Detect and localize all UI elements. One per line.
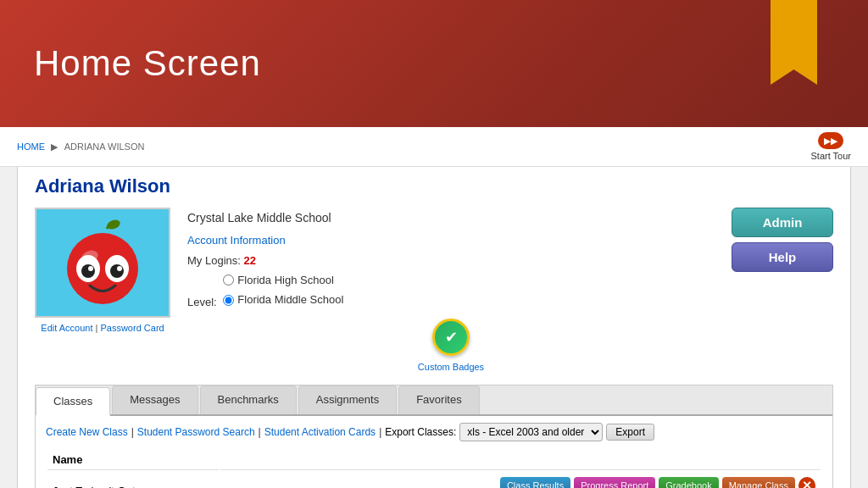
avatar-links: Edit Account | Password Card <box>41 323 164 333</box>
progress-report-button[interactable]: Progress Report <box>574 477 655 488</box>
col-header-name: Name <box>47 450 219 470</box>
account-info-link[interactable]: Account Information <box>187 234 286 247</box>
tab-favorites[interactable]: Favorites <box>398 385 479 414</box>
export-select[interactable]: xls - Excel 2003 and older xlsx - Excel … <box>459 423 603 441</box>
profile-info: Crystal Lake Middle School Account Infor… <box>187 208 715 376</box>
radio-florida-middle-school[interactable] <box>223 295 234 306</box>
header-title: Home Screen <box>34 43 261 84</box>
school-name: Crystal Lake Middle School <box>187 208 715 229</box>
tab-actions: Create New Class | Student Password Sear… <box>46 423 822 441</box>
class-actions: Class Results Progress Report Gradebook … <box>225 477 815 488</box>
student-activation-cards-link[interactable]: Student Activation Cards <box>264 426 376 438</box>
start-tour-label: Start Tour <box>811 151 852 161</box>
breadcrumb-current: ADRIANA WILSON <box>64 141 145 152</box>
radio-florida-high-school[interactable] <box>223 274 234 286</box>
badge-area: ✔ Custom Badges <box>187 319 715 376</box>
tab-classes[interactable]: Classes <box>36 387 110 416</box>
breadcrumb: HOME ▶ ADRIANA WILSON <box>17 141 144 152</box>
tab-content-classes: Create New Class | Student Password Sear… <box>36 416 832 488</box>
logins-label: My Logins: <box>187 254 241 267</box>
apple-icon <box>52 216 153 309</box>
col-header-actions <box>220 450 821 470</box>
breadcrumb-home-link[interactable]: HOME <box>17 141 45 152</box>
level-florida-middle-school[interactable]: Florida Middle School <box>223 290 343 309</box>
profile-section: Edit Account | Password Card Crystal Lak… <box>35 208 833 376</box>
florida-middle-school-label: Florida Middle School <box>237 290 343 309</box>
admin-button[interactable]: Admin <box>732 208 833 237</box>
action-sep-1: | <box>131 426 134 438</box>
svg-point-6 <box>88 266 93 271</box>
user-name: Adriana Wilson <box>35 175 833 197</box>
svg-point-8 <box>117 266 122 271</box>
tour-icon: ▶▶ <box>818 132 843 149</box>
header-bookmark <box>771 0 817 85</box>
tab-benchmarks[interactable]: Benchmarks <box>200 385 297 414</box>
tabs-header: Classes Messages Benchmarks Assignments … <box>36 385 832 416</box>
header: Home Screen <box>0 0 868 127</box>
badge-icon: ✔ <box>432 319 470 356</box>
svg-point-7 <box>110 264 124 278</box>
export-button[interactable]: Export <box>606 424 654 441</box>
avatar <box>35 208 170 318</box>
admin-buttons: Admin Help <box>732 208 833 272</box>
create-new-class-link[interactable]: Create New Class <box>46 426 128 438</box>
breadcrumb-separator: ▶ <box>51 141 58 152</box>
tab-messages[interactable]: Messages <box>112 385 198 414</box>
svg-point-5 <box>81 264 95 278</box>
class-actions-cell: Class Results Progress Report Gradebook … <box>220 472 821 488</box>
start-tour-button[interactable]: ▶▶ Start Tour <box>811 132 852 161</box>
table-row: Just Trying it Out Class Results Progres… <box>47 472 821 488</box>
edit-account-link[interactable]: Edit Account <box>41 323 92 333</box>
breadcrumb-bar: HOME ▶ ADRIANA WILSON ▶▶ Start Tour <box>0 127 868 167</box>
help-button[interactable]: Help <box>732 242 833 272</box>
logins-count: 22 <box>244 254 256 267</box>
avatar-area: Edit Account | Password Card <box>35 208 170 333</box>
custom-badges-link[interactable]: Custom Badges <box>418 359 484 376</box>
manage-class-button[interactable]: Manage Class <box>722 477 795 488</box>
level-florida-high-school[interactable]: Florida High School <box>223 270 343 290</box>
password-card-link[interactable]: Password Card <box>100 323 164 333</box>
level-label: Level: <box>187 296 217 308</box>
main-content: Adriana Wilson <box>17 167 851 488</box>
delete-class-button[interactable]: ✕ <box>798 477 815 488</box>
action-sep-2: | <box>259 426 261 438</box>
classes-table: Name Just Trying it Out Class Results Pr… <box>46 448 822 488</box>
class-name: Just Trying it Out <box>47 472 219 488</box>
tab-assignments[interactable]: Assignments <box>298 385 397 414</box>
florida-high-school-label: Florida High School <box>237 270 333 290</box>
gradebook-button[interactable]: Gradebook <box>659 477 718 488</box>
student-password-search-link[interactable]: Student Password Search <box>137 426 255 438</box>
action-sep-3: | <box>379 426 381 438</box>
class-results-button[interactable]: Class Results <box>500 477 570 488</box>
tabs-container: Classes Messages Benchmarks Assignments … <box>35 385 833 488</box>
export-label: Export Classes: <box>385 426 456 438</box>
